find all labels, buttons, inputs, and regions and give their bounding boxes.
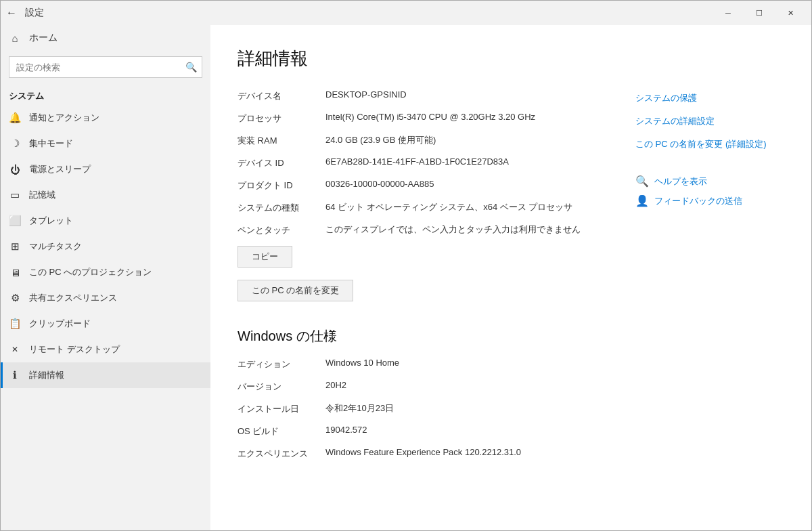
install-date-value: 令和2年10月23日 [325, 402, 608, 415]
ram-label: 実装 RAM [238, 134, 325, 147]
edition-label: エディション [238, 358, 325, 370]
tablet-icon: ⬜ [9, 215, 21, 227]
clipboard-icon: 📋 [9, 318, 21, 330]
sidebar: ⌂ ホーム 🔍 システム 🔔 通知とアクション ☽ 集中モード ⏻ 電源とスリー… [1, 25, 210, 530]
sidebar-item-remote-label: リモート デスクトップ [29, 343, 120, 356]
pen-touch-label: ペンとタッチ [238, 224, 325, 236]
notifications-icon: 🔔 [9, 112, 21, 124]
sidebar-item-projection-label: この PC へのプロジェクション [29, 266, 152, 278]
edition-row: エディション Windows 10 Home [238, 358, 608, 370]
sidebar-item-shared-label: 共有エクスペリエンス [29, 292, 117, 304]
experience-row: エクスペリエンス Windows Feature Experience Pack… [238, 447, 608, 460]
help-item: 🔍 ヘルプを表示 [635, 175, 784, 188]
processor-label: プロセッサ [238, 112, 325, 125]
pen-touch-value: このディスプレイでは、ペン入力とタッチ入力は利用できません [325, 224, 608, 236]
device-name-row: デバイス名 DESKTOP-GPSINID [238, 89, 608, 102]
remote-icon: ✕ [9, 343, 21, 356]
window-controls: ─ ☐ ✕ [713, 1, 806, 25]
sidebar-item-home[interactable]: ⌂ ホーム [1, 25, 210, 51]
product-id-value: 00326-10000-00000-AA885 [325, 179, 608, 189]
install-date-row: インストール日 令和2年10月23日 [238, 402, 608, 415]
sidebar-item-notifications-label: 通知とアクション [29, 112, 99, 124]
os-build-value: 19042.572 [325, 425, 608, 435]
app-body: ⌂ ホーム 🔍 システム 🔔 通知とアクション ☽ 集中モード ⏻ 電源とスリー… [1, 25, 811, 530]
rename-pc-button[interactable]: この PC の名前を変更 [238, 280, 353, 301]
advanced-settings-link[interactable]: システムの詳細設定 [635, 115, 784, 127]
minimize-button[interactable]: ─ [713, 1, 744, 25]
multitask-icon: ⊞ [9, 240, 21, 253]
edition-value: Windows 10 Home [325, 358, 608, 368]
device-info: デバイス名 DESKTOP-GPSINID プロセッサ Intel(R) Cor… [238, 89, 608, 469]
projection-icon: 🖥 [9, 266, 21, 278]
ram-value: 24.0 GB (23.9 GB 使用可能) [325, 134, 608, 146]
help-icon: 🔍 [635, 175, 649, 188]
main-content: 詳細情報 デバイス名 DESKTOP-GPSINID プロセッサ Intel(R… [210, 25, 811, 530]
titlebar: ← 設定 ─ ☐ ✕ [1, 1, 811, 25]
experience-label: エクスペリエンス [238, 447, 325, 460]
product-id-label: プロダクト ID [238, 179, 325, 192]
product-id-row: プロダクト ID 00326-10000-00000-AA885 [238, 179, 608, 192]
app-title: 設定 [25, 7, 44, 19]
storage-icon: ▭ [9, 189, 21, 201]
rename-advanced-link[interactable]: この PC の名前を変更 (詳細設定) [635, 138, 784, 150]
system-type-label: システムの種類 [238, 201, 325, 214]
device-id-label: デバイス ID [238, 156, 325, 169]
device-id-row: デバイス ID 6E7AB28D-141E-41FF-A1BD-1F0C1E27… [238, 156, 608, 169]
pen-touch-row: ペンとタッチ このディスプレイでは、ペン入力とタッチ入力は利用できません [238, 224, 608, 236]
sidebar-item-storage[interactable]: ▭ 記憶域 [1, 182, 210, 208]
device-name-value: DESKTOP-GPSINID [325, 89, 608, 100]
sidebar-item-shared[interactable]: ⚙ 共有エクスペリエンス [1, 285, 210, 311]
info-section: デバイス名 DESKTOP-GPSINID プロセッサ Intel(R) Cor… [238, 89, 784, 469]
search-icon: 🔍 [185, 62, 197, 72]
maximize-button[interactable]: ☐ [744, 1, 775, 25]
sidebar-item-power-label: 電源とスリープ [29, 163, 91, 175]
focus-icon: ☽ [9, 137, 21, 150]
sidebar-item-storage-label: 記憶域 [29, 189, 55, 201]
home-label: ホーム [29, 32, 58, 44]
back-button[interactable]: ← [6, 7, 17, 19]
sidebar-item-focus[interactable]: ☽ 集中モード [1, 131, 210, 156]
system-type-value: 64 ビット オペレーティング システム、x64 ベース プロセッサ [325, 201, 608, 213]
windows-spec-title: Windows の仕様 [238, 327, 608, 345]
search-container: 🔍 [9, 56, 202, 78]
sidebar-item-remote[interactable]: ✕ リモート デスクトップ [1, 337, 210, 362]
os-build-row: OS ビルド 19042.572 [238, 425, 608, 438]
sidebar-item-multitask-label: マルチタスク [29, 240, 82, 253]
page-title: 詳細情報 [238, 47, 784, 70]
about-icon: ℹ [9, 369, 21, 381]
feedback-link[interactable]: フィードバックの送信 [654, 195, 742, 207]
sidebar-item-tablet-label: タブレット [29, 215, 73, 227]
sidebar-item-tablet[interactable]: ⬜ タブレット [1, 208, 210, 234]
sidebar-item-projection[interactable]: 🖥 この PC へのプロジェクション [1, 259, 210, 285]
processor-row: プロセッサ Intel(R) Core(TM) i5-3470 CPU @ 3.… [238, 112, 608, 125]
version-label: バージョン [238, 380, 325, 393]
help-link[interactable]: ヘルプを表示 [654, 175, 707, 188]
right-panel: システムの保護 システムの詳細設定 この PC の名前を変更 (詳細設定) 🔍 … [635, 89, 784, 469]
system-protection-link[interactable]: システムの保護 [635, 92, 784, 104]
home-icon: ⌂ [9, 32, 21, 44]
copy-button[interactable]: コピー [238, 246, 292, 268]
system-type-row: システムの種類 64 ビット オペレーティング システム、x64 ベース プロセ… [238, 201, 608, 214]
sidebar-item-clipboard-label: クリップボード [29, 318, 91, 330]
close-button[interactable]: ✕ [775, 1, 806, 25]
shared-icon: ⚙ [9, 292, 21, 304]
power-icon: ⏻ [9, 163, 21, 175]
search-input[interactable] [9, 56, 202, 78]
sidebar-section-label: システム [1, 86, 210, 105]
sidebar-item-power[interactable]: ⏻ 電源とスリープ [1, 156, 210, 182]
device-name-label: デバイス名 [238, 89, 325, 102]
sidebar-item-notifications[interactable]: 🔔 通知とアクション [1, 105, 210, 131]
ram-row: 実装 RAM 24.0 GB (23.9 GB 使用可能) [238, 134, 608, 147]
os-build-label: OS ビルド [238, 425, 325, 438]
device-id-value: 6E7AB28D-141E-41FF-A1BD-1F0C1E27D83A [325, 156, 608, 167]
sidebar-item-multitask[interactable]: ⊞ マルチタスク [1, 234, 210, 259]
experience-value: Windows Feature Experience Pack 120.2212… [325, 447, 608, 457]
processor-value: Intel(R) Core(TM) i5-3470 CPU @ 3.20GHz … [325, 112, 608, 122]
sidebar-item-clipboard[interactable]: 📋 クリップボード [1, 311, 210, 337]
feedback-item: 👤 フィードバックの送信 [635, 194, 784, 207]
sidebar-item-about[interactable]: ℹ 詳細情報 [1, 362, 210, 388]
sidebar-item-focus-label: 集中モード [29, 137, 73, 150]
version-row: バージョン 20H2 [238, 380, 608, 393]
feedback-icon: 👤 [635, 194, 649, 207]
version-value: 20H2 [325, 380, 608, 390]
